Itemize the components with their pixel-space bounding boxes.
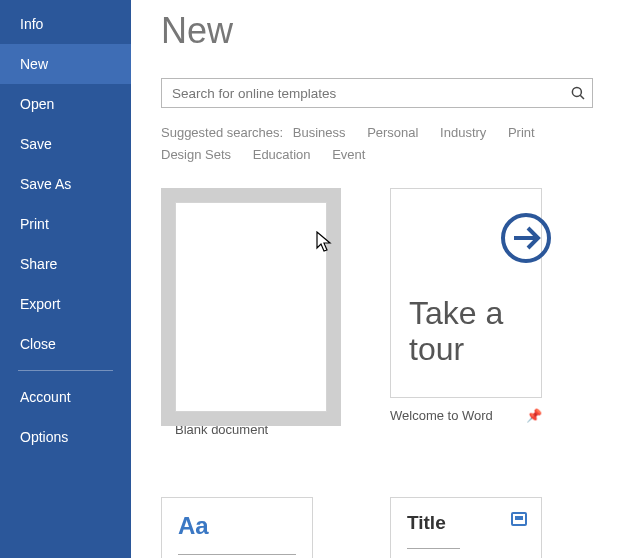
tour-text: Take a tour — [409, 295, 503, 367]
title-sample-text: Title — [407, 512, 525, 534]
template-title[interactable]: Title — [390, 497, 565, 558]
template-welcome-to-word[interactable]: Take a tour Welcome to Word 📌 — [390, 188, 565, 437]
template-blank-document[interactable]: Blank document — [161, 188, 336, 437]
sidebar: Info New Open Save Save As Print Share E… — [0, 0, 131, 558]
template-gallery: Blank document Take a tour Welcome to Wo… — [161, 188, 621, 558]
suggested-link-industry[interactable]: Industry — [440, 122, 486, 144]
svg-point-0 — [572, 87, 581, 96]
suggested-link-business[interactable]: Business — [293, 122, 346, 144]
pin-icon[interactable]: 📌 — [526, 408, 542, 423]
aa-sample-text: Aa — [178, 512, 296, 540]
sidebar-item-close[interactable]: Close — [0, 324, 131, 364]
sidebar-item-new[interactable]: New — [0, 44, 131, 84]
sidebar-item-print[interactable]: Print — [0, 204, 131, 244]
template-thumb-tour[interactable]: Take a tour — [390, 188, 542, 398]
template-thumb-title[interactable]: Title — [390, 497, 542, 558]
template-aa[interactable]: Aa — [161, 497, 336, 558]
page-title: New — [161, 10, 604, 52]
sidebar-item-save[interactable]: Save — [0, 124, 131, 164]
search-icon[interactable] — [569, 84, 587, 102]
sidebar-item-info[interactable]: Info — [0, 4, 131, 44]
template-label-blank: Blank document — [175, 422, 268, 437]
template-thumb-blank[interactable] — [175, 202, 327, 412]
suggested-link-design-sets[interactable]: Design Sets — [161, 144, 231, 166]
document-header-icon — [511, 512, 527, 526]
sidebar-item-share[interactable]: Share — [0, 244, 131, 284]
sidebar-divider — [18, 370, 113, 371]
suggested-label: Suggested searches: — [161, 125, 283, 140]
sidebar-item-save-as[interactable]: Save As — [0, 164, 131, 204]
search-input[interactable] — [161, 78, 593, 108]
svg-line-1 — [580, 95, 584, 99]
search-wrap — [161, 78, 593, 108]
sidebar-item-open[interactable]: Open — [0, 84, 131, 124]
suggested-link-education[interactable]: Education — [253, 144, 311, 166]
sidebar-item-options[interactable]: Options — [0, 417, 131, 457]
arrow-right-circle-icon — [499, 211, 553, 265]
sidebar-item-export[interactable]: Export — [0, 284, 131, 324]
suggested-link-personal[interactable]: Personal — [367, 122, 418, 144]
suggested-searches: Suggested searches: Business Personal In… — [161, 122, 593, 166]
suggested-link-event[interactable]: Event — [332, 144, 365, 166]
sidebar-item-account[interactable]: Account — [0, 377, 131, 417]
main-panel: New Suggested searches: Business Persona… — [131, 0, 622, 558]
template-label-tour: Welcome to Word — [390, 408, 493, 423]
template-thumb-aa[interactable]: Aa — [161, 497, 313, 558]
suggested-link-print[interactable]: Print — [508, 122, 535, 144]
